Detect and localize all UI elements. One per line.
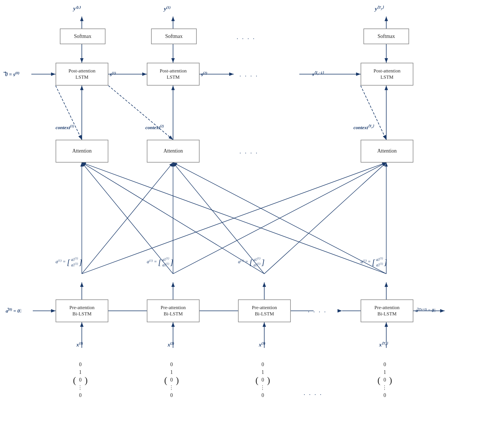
svg-line-14 bbox=[361, 86, 386, 140]
svg-line-31 bbox=[82, 163, 386, 274]
diagram-container: y⁽¹⁾ y(1) y⟨Ty⟩ Softmax Softmax Softmax … bbox=[0, 0, 504, 446]
contextTy-label: context⟨Ty⟩ bbox=[353, 124, 374, 131]
pre-lstm-label-1: Pre-attentionBi-LSTM bbox=[70, 305, 95, 317]
vector-3: ( 0 1 0 ⋮ 0 ) bbox=[255, 361, 270, 399]
post-lstm-label-1: Post-attentionLSTM bbox=[68, 68, 95, 80]
post-lstm-label-3: Post-attentionLSTM bbox=[373, 68, 400, 80]
attention-label-3: Attention bbox=[377, 148, 397, 154]
attention-box-2: Attention bbox=[147, 140, 200, 163]
softmax-box-2: Softmax bbox=[151, 29, 197, 44]
vector-4: ( 0 1 0 ⋮ 0 ) bbox=[377, 361, 392, 399]
softmax-box-3: Softmax bbox=[363, 29, 409, 44]
a4-label: a(1) = [ a⃗(1) a⃗(1) ] bbox=[361, 257, 387, 268]
svg-line-12 bbox=[56, 86, 82, 140]
x3-label: x(3) bbox=[259, 341, 265, 348]
attention-label-2: Attention bbox=[164, 148, 183, 154]
attention-box-3: Attention bbox=[361, 140, 413, 163]
pre-lstm-box-1: Pre-attentionBi-LSTM bbox=[56, 299, 108, 322]
y2-label: y(1) bbox=[164, 5, 171, 12]
softmax-label-3: Softmax bbox=[378, 33, 395, 40]
s0-label: ⃗0 = s(0) bbox=[5, 71, 19, 78]
vector-2: ( 0 1 0 ⋮ 0 ) bbox=[164, 361, 179, 399]
post-lstm-label-2: Post-attentionLSTM bbox=[160, 68, 186, 80]
attention-label-1: Attention bbox=[72, 148, 92, 154]
softmax-dots: . . . . bbox=[237, 33, 256, 41]
context2-label: context(2) bbox=[145, 124, 164, 131]
x2-label: x(2) bbox=[168, 341, 174, 348]
s1-label: s(1) bbox=[110, 71, 116, 78]
context1-label: context(1) bbox=[56, 124, 74, 131]
attention-dots: . . . . bbox=[239, 148, 259, 155]
s2-label: s(2) bbox=[201, 71, 207, 78]
vector-dots: . . . . bbox=[304, 389, 323, 397]
svg-line-13 bbox=[108, 86, 173, 140]
pre-lstm-box-2: Pre-attentionBi-LSTM bbox=[147, 299, 200, 322]
post-lstm-box-3: Post-attentionLSTM bbox=[361, 63, 413, 86]
attention-box-1: Attention bbox=[56, 140, 108, 163]
post-lstm-box-2: Post-attentionLSTM bbox=[147, 63, 200, 86]
x1-label: x(1) bbox=[76, 341, 83, 348]
softmax-label-2: Softmax bbox=[165, 33, 183, 40]
softmax-box-1: Softmax bbox=[60, 29, 105, 44]
sTy1-label: s⟨Ty−1⟩ bbox=[312, 71, 324, 77]
svg-line-32 bbox=[173, 163, 386, 274]
pre-lstm-label-4: Pre-attentionBi-LSTM bbox=[375, 305, 400, 317]
svg-line-24 bbox=[82, 163, 386, 274]
svg-line-27 bbox=[173, 163, 386, 274]
a0-pre-label: a⃗(0) = 0⃗ bbox=[6, 307, 21, 314]
pre-lstm-box-3: Pre-attentionBi-LSTM bbox=[238, 299, 291, 322]
pre-lstm-dots: . . . . bbox=[308, 307, 327, 314]
pre-lstm-label-3: Pre-attentionBi-LSTM bbox=[252, 305, 277, 317]
a1-label: a(1) = [ a⃗(1) a⃗(1) ] bbox=[56, 257, 82, 268]
yTy-label: y⟨Ty⟩ bbox=[375, 5, 384, 12]
y1-label: y⁽¹⁾ bbox=[73, 5, 80, 12]
a2-label: a(1) = [ a⃗(1) a⃗(1) ] bbox=[147, 257, 173, 268]
xTx-label: x⟨Tx⟩ bbox=[379, 341, 388, 348]
a3-label: a(1) = [ a⃗(1) a⃗(1) ] bbox=[238, 257, 265, 268]
post-lstm-dots: . . . . bbox=[239, 71, 259, 78]
pre-lstm-box-4: Pre-attentionBi-LSTM bbox=[361, 299, 413, 322]
a-post-label: a⃗(Tx+1) = 0⃗ bbox=[416, 307, 436, 313]
pre-lstm-label-2: Pre-attentionBi-LSTM bbox=[161, 305, 186, 317]
softmax-label-1: Softmax bbox=[74, 33, 92, 40]
post-lstm-box-1: Post-attentionLSTM bbox=[56, 63, 108, 86]
vector-1: ( 0 1 0 ⋮ 0 ) bbox=[73, 361, 88, 399]
